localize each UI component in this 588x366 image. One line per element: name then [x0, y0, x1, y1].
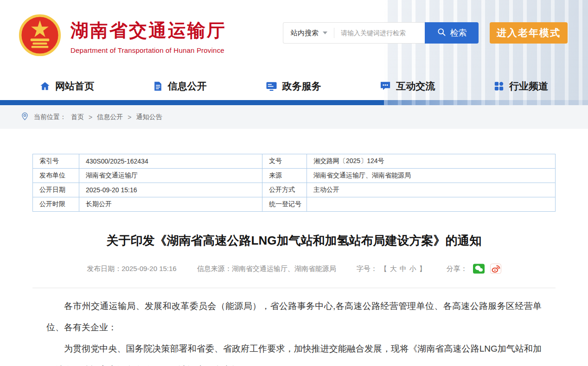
header-tools: 站内搜索 检索 进入老年模式	[283, 22, 568, 44]
main-nav: 网站首页 信息公开 政务服务 互动交流 行业频道	[0, 72, 588, 100]
location-icon	[20, 112, 29, 122]
document-icon	[153, 81, 163, 91]
bracket-open: 【	[380, 265, 387, 273]
search-scope-dropdown[interactable]: 站内搜索	[291, 29, 327, 38]
nav-item-services[interactable]: 政务服务	[266, 80, 321, 93]
meta-label: 公开方式	[262, 183, 307, 197]
nav-item-industry-channels[interactable]: 行业频道	[494, 80, 548, 93]
table-row: 公开时限 长期公开 统一登记号	[33, 197, 556, 212]
table-row: 公开日期 2025-09-20 15:16 公开方式 主动公开	[33, 183, 556, 197]
wechat-share-icon[interactable]	[473, 264, 485, 274]
site-title: 湖南省交通运输厅	[70, 18, 226, 43]
article-page: 索引号 430S00/2025-162434 文号 湘交路网〔2025〕124号…	[0, 129, 588, 366]
meta-value: 湖南省交通运输厅	[79, 169, 262, 183]
search-box: 站内搜索	[283, 22, 425, 44]
article-body: 各市州交通运输局、发展和改革委员会（能源局），省公路事务中心,各高速公路经营管理…	[46, 296, 542, 366]
table-row: 发布单位 湖南省交通运输厅 来源 湖南省交通运输厅、湖南省能源局	[33, 169, 556, 183]
meta-value: 430S00/2025-162434	[79, 154, 262, 169]
services-icon	[266, 81, 277, 91]
breadcrumb-label: 当前位置：	[34, 113, 66, 121]
breadcrumb: 当前位置： 首页 > 信息公开 > 通知公告	[0, 105, 588, 129]
nav-item-label: 信息公开	[168, 80, 207, 93]
meta-value	[307, 197, 556, 212]
meta-label: 来源	[262, 169, 307, 183]
article-paragraph: 各市州交通运输局、发展和改革委员会（能源局），省公路事务中心,各高速公路经营管理…	[46, 296, 542, 338]
site-logo-link[interactable]: 湖南省交通运输厅 Department of Transportation of…	[19, 14, 226, 58]
publish-date: 发布日期：2025-09-20 15:16	[87, 265, 176, 273]
home-icon	[40, 81, 50, 91]
site-header: 湖南省交通运输厅 Department of Transportation of…	[0, 0, 588, 72]
chat-icon	[380, 81, 391, 91]
elder-mode-button[interactable]: 进入老年模式	[490, 22, 568, 44]
meta-label: 统一登记号	[262, 197, 307, 212]
meta-value: 湖南省交通运输厅、湖南省能源局	[307, 169, 556, 183]
search-input[interactable]	[341, 29, 424, 37]
info-source: 信息来源：湖南省交通运输厅、湖南省能源局	[197, 265, 336, 273]
nav-item-info-disclosure[interactable]: 信息公开	[153, 80, 207, 93]
search-button[interactable]: 检索	[425, 22, 479, 44]
meta-value: 2025-09-20 15:16	[79, 183, 262, 197]
meta-label: 发布单位	[33, 169, 79, 183]
breadcrumb-item-info-disclosure[interactable]: 信息公开	[97, 113, 123, 121]
meta-value: 长期公开	[79, 197, 262, 212]
nav-item-label: 行业频道	[509, 80, 548, 93]
font-size-large[interactable]: 大	[390, 265, 397, 273]
grid-icon	[494, 81, 504, 91]
font-size-label: 字号：	[357, 265, 377, 273]
search-bar: 站内搜索 检索	[283, 22, 479, 44]
breadcrumb-separator: >	[89, 114, 92, 121]
share-widget: 分享：	[447, 264, 501, 274]
search-scope-label: 站内搜索	[291, 29, 319, 38]
nav-item-label: 互动交流	[396, 80, 435, 93]
bracket-close: 】	[419, 265, 426, 273]
nav-item-label: 政务服务	[282, 80, 321, 93]
meta-label: 公开时限	[33, 197, 79, 212]
weibo-share-icon[interactable]	[490, 264, 501, 274]
font-size-medium[interactable]: 中	[400, 265, 407, 273]
search-divider	[334, 28, 334, 38]
search-button-label: 检索	[450, 27, 467, 38]
meta-label: 索引号	[33, 154, 79, 169]
font-size-small[interactable]: 小	[409, 265, 416, 273]
font-size-widget: 字号： 【 大 中 小 】	[357, 265, 426, 273]
page-title: 关于印发《湖南省高速公路LNG加气站和加氢站布局建设方案》的通知	[42, 232, 546, 249]
meta-label: 公开日期	[33, 183, 79, 197]
breadcrumb-separator: >	[128, 114, 131, 121]
site-subtitle: Department of Transportation of Hunan Pr…	[70, 46, 226, 54]
content-divider	[32, 288, 556, 288]
breadcrumb-item-home[interactable]: 首页	[71, 113, 84, 121]
brand-text: 湖南省交通运输厅 Department of Transportation of…	[70, 18, 226, 54]
nav-item-home[interactable]: 网站首页	[40, 80, 94, 93]
meta-value: 湘交路网〔2025〕124号	[307, 154, 556, 169]
article-paragraph: 为贯彻党中央、国务院决策部署和省委、省政府工作要求，加快推进交能融合发展，现将《…	[46, 338, 542, 366]
document-meta-table: 索引号 430S00/2025-162434 文号 湘交路网〔2025〕124号…	[32, 154, 556, 212]
share-label: 分享：	[447, 265, 467, 273]
national-emblem-icon	[19, 14, 61, 58]
search-icon	[437, 27, 446, 39]
nav-item-label: 网站首页	[55, 80, 94, 93]
top-area: 湖南省交通运输厅 Department of Transportation of…	[0, 0, 588, 100]
article-meta-row: 发布日期：2025-09-20 15:16 信息来源：湖南省交通运输厅、湖南省能…	[0, 264, 588, 274]
meta-label: 文号	[262, 154, 307, 169]
nav-item-interaction[interactable]: 互动交流	[380, 80, 435, 93]
chevron-down-icon	[323, 32, 327, 34]
table-row: 索引号 430S00/2025-162434 文号 湘交路网〔2025〕124号	[33, 154, 556, 169]
meta-value: 主动公开	[307, 183, 556, 197]
breadcrumb-item-notices[interactable]: 通知公告	[136, 113, 162, 121]
